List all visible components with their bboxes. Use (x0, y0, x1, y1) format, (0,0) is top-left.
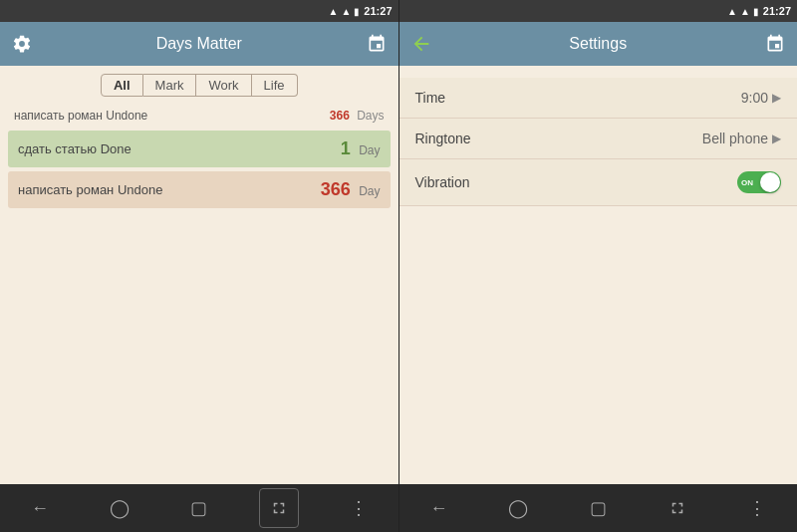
settings-title: Settings (433, 35, 764, 53)
filter-bar: All Mark Work Life (0, 66, 398, 101)
filter-work[interactable]: Work (196, 74, 251, 97)
left-header: Days Matter (0, 22, 398, 66)
items-list: написать роман Undone 366 Days сдать ста… (0, 101, 398, 484)
right-status-time: 21:27 (763, 5, 791, 17)
time-value-text: 9:00 (741, 90, 768, 106)
vibration-label: Vibration (415, 174, 470, 190)
signal-icon: ▲ (329, 6, 339, 17)
right-panel: ▲ ▲ ▮ 21:27 Settings Time 9:00 ▶ (399, 0, 798, 532)
vibration-toggle[interactable] (737, 171, 781, 193)
summary-unit: Days (357, 109, 384, 123)
right-signal-icon: ▲ (727, 6, 737, 17)
right-battery-icon: ▮ (753, 6, 759, 17)
nav-fullscreen[interactable] (259, 488, 299, 528)
status-time: 21:27 (364, 5, 392, 17)
time-arrow-icon: ▶ (772, 91, 781, 105)
nav-recent[interactable]: ▢ (179, 488, 219, 528)
left-panel: ▲ ▲ ▮ 21:27 Days Matter All Mark Work Li… (0, 0, 398, 532)
toggle-thumb (760, 172, 780, 192)
summary-item: написать роман Undone 366 Days (8, 105, 391, 127)
ringtone-label: Ringtone (415, 131, 471, 146)
ringtone-value-text: Bell phone (702, 131, 768, 146)
add-note-icon[interactable] (365, 32, 389, 56)
filter-mark[interactable]: Mark (143, 74, 197, 97)
left-nav-bar: ← ◯ ▢ ⋮ (0, 484, 398, 532)
battery-icon: ▮ (354, 6, 360, 17)
nav-menu[interactable]: ⋮ (339, 488, 379, 528)
nav-home[interactable]: ◯ (100, 488, 139, 528)
undone-unit: Day (359, 184, 380, 198)
settings-icon[interactable] (10, 32, 34, 56)
status-icons: ▲ ▲ ▮ (329, 6, 361, 17)
right-nav-bar: ← ◯ ▢ ⋮ (399, 484, 798, 532)
right-nav-home[interactable]: ◯ (498, 488, 538, 528)
wifi-icon: ▲ (341, 6, 351, 17)
right-nav-menu[interactable]: ⋮ (737, 488, 777, 528)
undone-count: 366 (321, 179, 351, 199)
summary-number: 366 (330, 109, 350, 123)
summary-count: 366 Days (330, 109, 385, 123)
right-status-icons: ▲ ▲ ▮ (727, 6, 759, 17)
settings-content: Time 9:00 ▶ Ringtone Bell phone ▶ Vibrat… (399, 66, 798, 484)
undone-label: написать роман Undone (18, 182, 162, 197)
done-count-group: 1 Day (341, 138, 381, 159)
right-note-icon[interactable] (763, 32, 787, 56)
settings-header: Settings (399, 22, 798, 66)
item-card-undone[interactable]: написать роман Undone 366 Day (8, 171, 391, 208)
item-card-done[interactable]: сдать статью Done 1 Day (8, 131, 391, 167)
done-count: 1 (341, 138, 351, 158)
right-nav-fullscreen[interactable] (658, 488, 697, 528)
setting-row-ringtone[interactable]: Ringtone Bell phone ▶ (399, 119, 798, 159)
done-label: сдать статью Done (18, 141, 132, 156)
ringtone-value: Bell phone ▶ (702, 131, 781, 146)
setting-row-vibration: Vibration (399, 159, 798, 206)
filter-all[interactable]: All (101, 74, 143, 97)
ringtone-arrow-icon: ▶ (772, 132, 781, 145)
done-unit: Day (359, 143, 380, 157)
right-nav-back[interactable]: ← (418, 488, 458, 528)
summary-label: написать роман Undone (14, 109, 147, 123)
right-wifi-icon: ▲ (740, 6, 750, 17)
left-header-title: Days Matter (34, 35, 365, 53)
left-status-bar: ▲ ▲ ▮ 21:27 (0, 0, 398, 22)
right-nav-recent[interactable]: ▢ (578, 488, 618, 528)
time-value: 9:00 ▶ (741, 90, 781, 106)
nav-back[interactable]: ← (20, 488, 60, 528)
time-label: Time (415, 90, 446, 106)
back-arrow-icon[interactable] (409, 32, 433, 56)
setting-row-time[interactable]: Time 9:00 ▶ (399, 78, 798, 119)
filter-life[interactable]: Life (252, 74, 298, 97)
undone-count-group: 366 Day (321, 179, 381, 200)
right-status-bar: ▲ ▲ ▮ 21:27 (399, 0, 798, 22)
